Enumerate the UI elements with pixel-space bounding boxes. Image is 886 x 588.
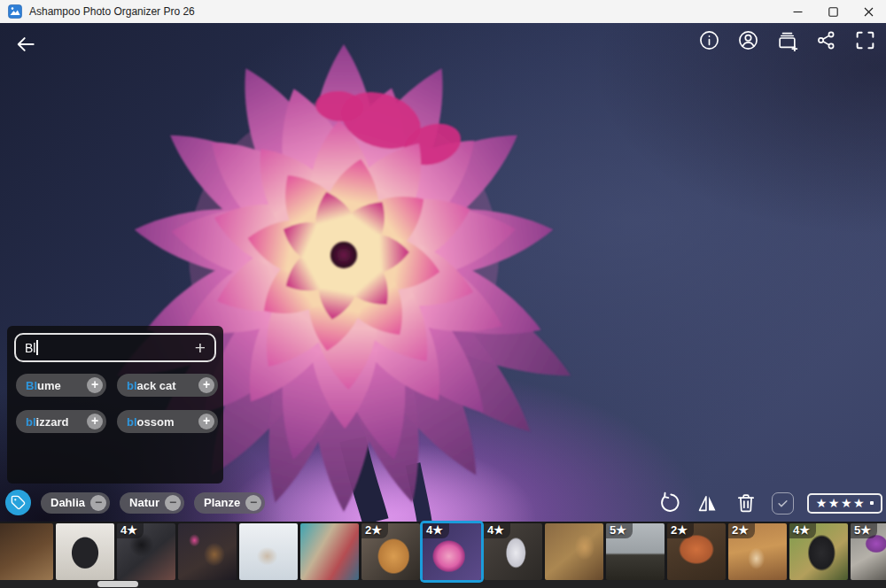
app-logo-icon xyxy=(8,4,22,19)
flip-horizontal-icon xyxy=(696,491,719,515)
thumbnail-golden-retriever[interactable]: 2★ xyxy=(361,523,420,580)
share-button[interactable] xyxy=(813,27,838,52)
minimize-icon xyxy=(793,7,803,17)
close-button[interactable] xyxy=(851,0,886,23)
rotate-left-icon xyxy=(657,491,681,515)
rating-badge: 2★ xyxy=(361,523,388,538)
photo-action-bar: ★★★★ xyxy=(657,491,882,515)
account-button[interactable] xyxy=(735,27,760,52)
filmstrip-scrollbar[interactable] xyxy=(0,580,886,588)
tag-label: Natur xyxy=(129,496,159,509)
select-checkbox[interactable] xyxy=(772,492,794,514)
tag-suggestion-blume[interactable]: Blume + xyxy=(16,374,106,397)
account-icon xyxy=(737,29,759,51)
add-suggestion-button[interactable]: + xyxy=(87,414,103,429)
tag-input-value: Bl xyxy=(25,341,35,355)
back-arrow-icon xyxy=(14,33,37,56)
info-icon xyxy=(698,29,720,51)
thumbnail-girl-with-balloons[interactable]: 5★ xyxy=(606,523,664,580)
tag-bar: Dahlia − Natur − Planze − xyxy=(5,490,265,515)
thumbnail-black-dog-in-snow[interactable] xyxy=(56,523,114,580)
minimize-button[interactable] xyxy=(780,0,815,23)
info-button[interactable] xyxy=(696,27,721,52)
tag-suggestions: Blume + black cat + blizzard + blossom + xyxy=(16,374,223,433)
remove-tag-button[interactable]: − xyxy=(90,495,106,511)
rating-badge: 5★ xyxy=(606,523,633,538)
add-tag-plus-icon[interactable]: + xyxy=(195,339,206,357)
thumbnail-black-white-dog[interactable]: 4★ xyxy=(789,523,848,580)
rating-badge: 2★ xyxy=(667,523,694,538)
tag-suggestion-black-cat[interactable]: black cat + xyxy=(117,374,218,397)
fullscreen-icon xyxy=(854,29,876,51)
rating-badge: 4★ xyxy=(484,523,510,538)
close-icon xyxy=(864,7,874,17)
rest-text: ack cat xyxy=(137,379,176,392)
scrollbar-thumb[interactable] xyxy=(97,581,138,587)
remove-tag-button[interactable]: − xyxy=(165,495,181,511)
remove-tag-button[interactable]: − xyxy=(245,495,261,511)
add-suggestion-button[interactable]: + xyxy=(87,377,103,393)
tag-suggestion-popup: Bl + Blume + black cat + blizzard + blos… xyxy=(7,326,223,484)
thumbnail-dog-with-pink-leash[interactable] xyxy=(178,523,237,580)
checkmark-icon xyxy=(776,497,789,510)
rest-text: ossom xyxy=(137,415,175,429)
thumbnail-goats-in-barn[interactable] xyxy=(0,523,53,580)
maximize-icon xyxy=(828,7,838,17)
add-suggestion-button[interactable]: + xyxy=(198,414,214,429)
window-title: Ashampoo Photo Organizer Pro 26 xyxy=(29,5,195,18)
tag-pill-natur: Natur − xyxy=(120,492,184,514)
thumbnail-dog-with-goggles[interactable]: 5★ xyxy=(851,523,886,580)
rating-stars: ★★★★ xyxy=(816,497,866,509)
flip-button[interactable] xyxy=(696,491,720,515)
match-text: Bl xyxy=(26,379,37,392)
tag-pill-dahlia: Dahlia − xyxy=(41,492,110,514)
thumbnail-dahlia-flower[interactable]: 4★ xyxy=(423,523,481,580)
tag-icon xyxy=(11,495,26,510)
add-to-album-button[interactable] xyxy=(774,27,799,52)
rating-badge: 5★ xyxy=(851,523,877,538)
tag-suggestion-blizzard[interactable]: blizzard + xyxy=(16,410,106,433)
thumbnail-white-cat[interactable]: 4★ xyxy=(484,523,542,580)
rotate-button[interactable] xyxy=(657,491,682,515)
match-text: bl xyxy=(127,379,137,392)
filmstrip: 4★ 2★ 4★ 4★ 5★ 2★ 2★ 4★ 5★ xyxy=(0,522,886,588)
trash-icon xyxy=(734,491,758,514)
tag-suggestion-blossom[interactable]: blossom + xyxy=(117,410,218,433)
titlebar: Ashampoo Photo Organizer Pro 26 xyxy=(0,0,886,23)
photo-viewer: Bl + Blume + black cat + blizzard + blos… xyxy=(0,23,886,522)
thumbnail-row: 4★ 2★ 4★ 4★ 5★ 2★ 2★ 4★ 5★ xyxy=(0,523,886,580)
thumbnail-fox[interactable]: 2★ xyxy=(667,523,726,580)
tags-button[interactable] xyxy=(5,490,31,515)
rating-badge: 4★ xyxy=(789,523,816,538)
rating-badge: 4★ xyxy=(423,523,449,538)
thumbnail-jumping-dog[interactable]: 4★ xyxy=(117,523,175,580)
tag-pill-planze: Planze − xyxy=(194,492,265,514)
rest-text: izzard xyxy=(36,415,69,429)
text-caret xyxy=(36,340,38,355)
delete-button[interactable] xyxy=(734,491,758,515)
window-controls xyxy=(780,0,886,23)
add-suggestion-button[interactable]: + xyxy=(198,377,214,393)
tag-input[interactable]: Bl + xyxy=(14,333,216,362)
top-toolbar xyxy=(696,27,877,52)
tag-label: Dahlia xyxy=(51,496,85,509)
thumbnail-cat-in-snow[interactable] xyxy=(239,523,298,580)
rating-badge: 2★ xyxy=(728,523,755,538)
thumbnail-dog-in-autumn-leaves[interactable] xyxy=(545,523,603,580)
back-button[interactable] xyxy=(9,28,43,62)
thumbnail-dog-at-skatepark[interactable] xyxy=(300,523,359,580)
maximize-button[interactable] xyxy=(815,0,851,23)
rating-widget[interactable]: ★★★★ xyxy=(807,493,882,514)
share-icon xyxy=(815,29,837,51)
tag-label: Planze xyxy=(204,496,240,509)
match-text: bl xyxy=(26,415,36,429)
match-text: bl xyxy=(127,415,137,429)
rest-text: ume xyxy=(37,379,61,392)
empty-star-dot xyxy=(870,501,874,505)
rating-badge: 4★ xyxy=(117,523,144,538)
add-to-album-icon xyxy=(776,29,798,51)
fullscreen-button[interactable] xyxy=(852,27,877,52)
thumbnail-dog-at-farm[interactable]: 2★ xyxy=(728,523,787,580)
